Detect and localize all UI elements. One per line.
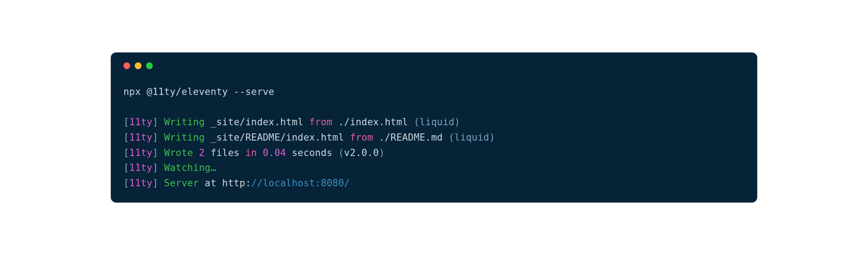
source-path: ./README.md (379, 132, 448, 143)
paren-close: ) (379, 147, 385, 158)
space (205, 117, 211, 128)
close-icon[interactable] (123, 62, 130, 69)
log-line-server: [11ty] Server at http://localhost:8080/ (123, 176, 745, 191)
terminal-window: npx @11ty/eleventy --serve [11ty] Writin… (111, 52, 757, 203)
space (205, 132, 211, 143)
bracket-open: [ (123, 117, 129, 128)
command-line: npx @11ty/eleventy --serve (123, 85, 745, 100)
log-line-wrote-summary: [11ty] Wrote 2 files in 0.04 seconds (v2… (123, 146, 745, 161)
minimize-icon[interactable] (135, 62, 142, 69)
version-number: v2.0.0 (344, 147, 379, 158)
log-verb: Server (164, 178, 199, 189)
bracket-close: ] (152, 162, 164, 173)
log-verb: Writing (164, 132, 205, 143)
bracket-open: [ (123, 178, 129, 189)
space (193, 147, 199, 158)
window-controls (123, 62, 745, 69)
output-path: _site/index.html (211, 117, 304, 128)
maximize-icon[interactable] (146, 62, 153, 69)
server-url[interactable]: //localhost:8080/ (251, 178, 350, 189)
url-protocol: http: (222, 178, 251, 189)
space (344, 132, 350, 143)
log-verb: Wrote (164, 147, 193, 158)
bracket-close: ] (152, 132, 164, 143)
space (303, 117, 309, 128)
source-path: ./index.html (338, 117, 414, 128)
terminal-content: npx @11ty/eleventy --serve [11ty] Writin… (123, 85, 745, 191)
space (373, 132, 379, 143)
word-at: at (199, 178, 222, 189)
word-seconds: seconds (286, 147, 339, 158)
bracket-open: [ (123, 147, 129, 158)
bracket-close: ] (152, 117, 164, 128)
bracket-open: [ (123, 132, 129, 143)
keyword-from: from (309, 117, 332, 128)
bracket-close: ] (152, 147, 164, 158)
keyword-in: in (245, 147, 257, 158)
log-line-writing-index: [11ty] Writing _site/index.html from ./i… (123, 115, 745, 130)
space (257, 147, 263, 158)
output-path: _site/README/index.html (211, 132, 344, 143)
keyword-from: from (350, 132, 373, 143)
log-line-writing-readme: [11ty] Writing _site/README/index.html f… (123, 130, 745, 146)
log-tag: 11ty (129, 132, 152, 143)
log-tag: 11ty (129, 147, 152, 158)
duration-seconds: 0.04 (263, 147, 286, 158)
bracket-open: [ (123, 162, 129, 173)
template-engine: (liquid) (448, 132, 495, 143)
file-count: 2 (199, 147, 205, 158)
log-verb: Writing (164, 117, 205, 128)
paren-open: ( (338, 147, 344, 158)
log-verb: Watching… (164, 162, 217, 173)
bracket-close: ] (152, 178, 164, 189)
word-files: files (205, 147, 245, 158)
log-line-watching: [11ty] Watching… (123, 161, 745, 176)
log-tag: 11ty (129, 178, 152, 189)
log-tag: 11ty (129, 117, 152, 128)
log-tag: 11ty (129, 162, 152, 173)
space (332, 117, 338, 128)
template-engine: (liquid) (414, 117, 460, 128)
